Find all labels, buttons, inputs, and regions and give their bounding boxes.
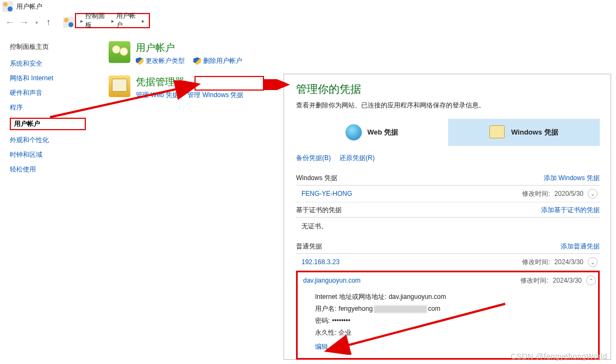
breadcrumb-icon (63, 17, 74, 28)
crumb-control-panel[interactable]: 控制面板 (85, 11, 109, 30)
window-titlebar: 用户帐户 (0, 0, 331, 13)
category-credentials-title[interactable]: 凭据管理器 (136, 75, 243, 88)
detail-addr-value: dav.jianguoyun.com (388, 291, 446, 303)
cred-title: 管理你的凭据 (296, 82, 600, 97)
sidebar-item-hardware[interactable]: 硬件和声音 (10, 88, 86, 98)
shield-icon (136, 58, 143, 65)
collapse-toggle[interactable]: ⌃ (586, 276, 596, 285)
sidebar-home[interactable]: 控制面板主页 (10, 42, 86, 52)
cred-item[interactable]: FENG-YE-HONG 修改时间: 2020/5/30 ⌄ (296, 186, 600, 202)
section-windows-label: Windows 凭据 (296, 174, 337, 183)
redacted-block (374, 305, 427, 313)
forward-button[interactable]: → (18, 17, 29, 28)
cred-actions: 备份凭据(B) 还原凭据(R) (296, 154, 600, 163)
meta-value: 2020/5/30 (555, 190, 583, 197)
meta-label: 修改时间: (522, 189, 550, 199)
sidebar-item-appearance[interactable]: 外观和个性化 (10, 136, 86, 145)
category-users: 用户帐户 更改帐户类型 删除用户帐户 (109, 41, 326, 66)
users-icon (109, 41, 130, 63)
link-manage-web-creds[interactable]: 管理 Web 凭据 (136, 91, 179, 100)
cred-item[interactable]: 192.168.3.23 修改时间: 2024/3/30 ⌄ (296, 254, 600, 271)
section-cert-label: 基于证书的凭据 (296, 206, 342, 215)
link-add-generic-cred[interactable]: 添加普通凭据 (561, 242, 600, 251)
link-change-type[interactable]: 更改帐户类型 (136, 56, 185, 66)
expand-toggle[interactable]: ⌄ (588, 257, 598, 267)
history-dropdown[interactable]: ▾ (33, 20, 40, 25)
detail-pass-value: •••••••• (332, 315, 350, 327)
sidebar-item-programs[interactable]: 程序 (10, 103, 86, 112)
tab-web-label: Web 凭据 (367, 127, 398, 137)
sidebar-item-system[interactable]: 系统和安全 (10, 59, 86, 68)
crumb-users[interactable]: 用户帐户 (116, 11, 140, 30)
window-title: 用户帐户 (16, 2, 42, 11)
vault-icon (489, 124, 506, 141)
link-add-windows-cred[interactable]: 添加 Windows 凭据 (544, 174, 600, 183)
cred-item-expanded: dav.jianguoyun.com 修改时间: 2024/3/30 ⌃ Int… (296, 271, 600, 360)
detail-pass-label: 密码: (315, 315, 330, 327)
cred-details: Internet 地址或网络地址:dav.jianguoyun.com 用户名:… (298, 289, 598, 358)
tab-web-credentials[interactable]: Web 凭据 (296, 119, 448, 146)
cred-subtitle: 查看并删除你为网站、已连接的应用程序和网络保存的登录信息。 (296, 101, 600, 110)
link-add-cert-cred[interactable]: 添加基于证书的凭据 (541, 206, 600, 215)
link-backup-credentials[interactable]: 备份凭据(B) (296, 154, 331, 163)
detail-persist-label: 永久性: (315, 327, 336, 339)
detail-persist-value: 企业 (338, 327, 351, 339)
credential-manager-icon (109, 75, 130, 97)
detail-user-suffix: com (428, 305, 441, 312)
meta-value: 2024/3/30 (555, 258, 583, 266)
globe-icon (345, 124, 362, 141)
link-remove-user[interactable]: 删除用户帐户 (193, 56, 242, 66)
sidebar-item-ease[interactable]: 轻松使用 (10, 165, 86, 174)
detail-user-label: 用户名: (315, 303, 336, 315)
section-generic-label: 普通凭据 (296, 242, 322, 251)
chevron-right-icon: ▸ (110, 18, 115, 24)
cred-item-header[interactable]: dav.jianguoyun.com 修改时间: 2024/3/30 ⌃ (298, 272, 598, 289)
meta-label: 修改时间: (522, 258, 550, 267)
tab-windows-credentials[interactable]: Windows 凭据 (448, 119, 600, 146)
link-remove-credential[interactable]: 删除 (336, 341, 349, 353)
cred-name[interactable]: dav.jianguoyun.com (303, 277, 361, 284)
cert-empty: 无证书。 (296, 218, 600, 239)
link-restore-credentials[interactable]: 还原凭据(R) (340, 154, 375, 163)
sidebar-item-network[interactable]: 网络和 Internet (10, 74, 86, 83)
up-button[interactable]: ↑ (43, 17, 53, 27)
shield-icon (193, 58, 201, 65)
tab-win-label: Windows 凭据 (511, 127, 558, 137)
chevron-right-icon: ▸ (141, 18, 146, 24)
cred-name[interactable]: FENG-YE-HONG (301, 190, 352, 197)
section-windows-creds: Windows 凭据 添加 Windows 凭据 (296, 170, 600, 186)
link-manage-windows-creds[interactable]: 管理 Windows 凭据 (187, 91, 243, 100)
sidebar: 控制面板主页 系统和安全 网络和 Internet 硬件和声音 程序 用户帐户 … (10, 42, 86, 174)
category-users-title[interactable]: 用户帐户 (136, 41, 242, 54)
expand-toggle[interactable]: ⌄ (588, 189, 598, 199)
cred-tabs: Web 凭据 Windows 凭据 (296, 119, 600, 146)
users-small-icon (2, 1, 13, 12)
section-generic-creds: 普通凭据 添加普通凭据 (296, 239, 600, 254)
detail-user-prefix: fengyehong (338, 305, 373, 312)
sidebar-item-clock[interactable]: 时钟和区域 (10, 150, 86, 159)
watermark: CSDN @fengyehongWorld (511, 352, 607, 361)
meta-label: 修改时间: (520, 276, 548, 285)
control-panel-window: 用户帐户 ← → ▾ ↑ ▸ 控制面板 ▸ 用户帐户 ▸ 控制面板主页 系统和安… (0, 0, 331, 168)
sidebar-item-users[interactable]: 用户帐户 (10, 118, 86, 130)
cred-name[interactable]: 192.168.3.23 (301, 258, 340, 266)
breadcrumb-bar[interactable]: ▸ 控制面板 ▸ 用户帐户 ▸ (75, 13, 150, 28)
detail-addr-label: Internet 地址或网络地址: (315, 291, 386, 303)
credential-manager-panel: 管理你的凭据 查看并删除你为网站、已连接的应用程序和网络保存的登录信息。 Web… (284, 74, 611, 360)
chevron-right-icon: ▸ (79, 18, 84, 24)
meta-value: 2024/3/30 (553, 277, 582, 284)
nav-toolbar: ← → ▾ ↑ (0, 13, 331, 31)
link-edit-credential[interactable]: 编辑 (315, 341, 328, 353)
section-cert-creds: 基于证书的凭据 添加基于证书的凭据 (296, 202, 600, 218)
back-button[interactable]: ← (4, 17, 15, 28)
